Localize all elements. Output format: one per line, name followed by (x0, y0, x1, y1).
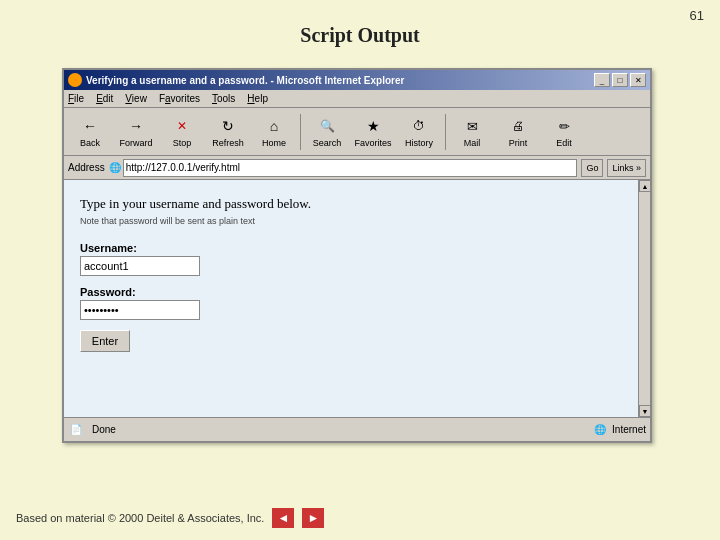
toolbar-edit-label: Edit (556, 138, 572, 148)
toolbar-history-label: History (405, 138, 433, 148)
forward-icon (124, 115, 148, 137)
maximize-button[interactable]: □ (612, 73, 628, 87)
menu-file[interactable]: File (68, 93, 84, 104)
status-zone: Internet (612, 424, 646, 435)
close-button[interactable]: ✕ (630, 73, 646, 87)
username-label: Username: (80, 242, 622, 254)
menu-edit[interactable]: Edit (96, 93, 113, 104)
toolbar-home-label: Home (262, 138, 286, 148)
history-icon (407, 115, 431, 137)
toolbar: Back Forward Stop Refresh Home Search Fa… (64, 108, 650, 156)
menu-help[interactable]: Help (247, 93, 268, 104)
toolbar-search-button[interactable]: Search (305, 111, 349, 153)
submit-button[interactable]: Enter (80, 330, 130, 352)
favorites-icon (361, 115, 385, 137)
home-icon (262, 115, 286, 137)
content-heading: Type in your username and password below… (80, 196, 622, 212)
ie-window: Verifying a username and a password. - M… (62, 68, 652, 443)
form-group-username: Username: (80, 242, 622, 276)
form-group-password: Password: (80, 286, 622, 320)
links-button[interactable]: Links » (607, 159, 646, 177)
globe-icon: 🌐 (592, 422, 608, 438)
menu-tools[interactable]: Tools (212, 93, 235, 104)
page-title: Script Output (0, 24, 720, 47)
copyright-text: Based on material © 2000 Deitel & Associ… (16, 512, 264, 524)
minimize-button[interactable]: _ (594, 73, 610, 87)
toolbar-mail-button[interactable]: Mail (450, 111, 494, 153)
status-right: 🌐 Internet (592, 422, 646, 438)
toolbar-home-button[interactable]: Home (252, 111, 296, 153)
refresh-icon (216, 115, 240, 137)
scroll-up-button[interactable]: ▲ (639, 180, 651, 192)
address-input-container: 🌐 (109, 159, 578, 177)
stop-icon (170, 115, 194, 137)
ie-icon (68, 73, 82, 87)
toolbar-print-label: Print (509, 138, 528, 148)
toolbar-stop-button[interactable]: Stop (160, 111, 204, 153)
scroll-down-button[interactable]: ▼ (639, 405, 651, 417)
password-label: Password: (80, 286, 622, 298)
toolbar-refresh-label: Refresh (212, 138, 244, 148)
edit-icon (552, 115, 576, 137)
toolbar-search-label: Search (313, 138, 342, 148)
password-input[interactable] (80, 300, 200, 320)
back-icon (78, 115, 102, 137)
nav-forward-button[interactable]: ► (302, 508, 324, 528)
toolbar-favorites-button[interactable]: Favorites (351, 111, 395, 153)
toolbar-refresh-button[interactable]: Refresh (206, 111, 250, 153)
toolbar-separator-1 (300, 114, 301, 150)
title-bar: Verifying a username and a password. - M… (64, 70, 650, 90)
scrollbar: ▲ ▼ (638, 180, 650, 417)
toolbar-edit-button[interactable]: Edit (542, 111, 586, 153)
search-icon (315, 115, 339, 137)
status-page-icon: 📄 (68, 422, 84, 438)
menu-view[interactable]: View (125, 93, 147, 104)
address-label: Address (68, 162, 105, 173)
toolbar-print-button[interactable]: Print (496, 111, 540, 153)
address-bar: Address 🌐 Go Links » (64, 156, 650, 180)
content-note: Note that password will be sent as plain… (80, 216, 622, 226)
title-bar-text: Verifying a username and a password. - M… (86, 75, 404, 86)
title-bar-left: Verifying a username and a password. - M… (68, 73, 404, 87)
status-text: Done (92, 424, 116, 435)
toolbar-separator-2 (445, 114, 446, 150)
mail-icon (460, 115, 484, 137)
toolbar-favorites-label: Favorites (354, 138, 391, 148)
title-bar-buttons: _ □ ✕ (594, 73, 646, 87)
page-number: 61 (690, 8, 704, 23)
toolbar-mail-label: Mail (464, 138, 481, 148)
go-button[interactable]: Go (581, 159, 603, 177)
toolbar-history-button[interactable]: History (397, 111, 441, 153)
toolbar-back-button[interactable]: Back (68, 111, 112, 153)
nav-back-button[interactable]: ◄ (272, 508, 294, 528)
toolbar-forward-label: Forward (119, 138, 152, 148)
toolbar-forward-button[interactable]: Forward (114, 111, 158, 153)
menu-favorites[interactable]: Favorites (159, 93, 200, 104)
content-area: Type in your username and password below… (64, 180, 638, 417)
toolbar-back-label: Back (80, 138, 100, 148)
username-input[interactable] (80, 256, 200, 276)
address-input[interactable] (123, 159, 578, 177)
menu-bar: File Edit View Favorites Tools Help (64, 90, 650, 108)
toolbar-stop-label: Stop (173, 138, 192, 148)
print-icon (506, 115, 530, 137)
footer: Based on material © 2000 Deitel & Associ… (16, 508, 324, 528)
status-bar: 📄 Done 🌐 Internet (64, 417, 650, 441)
